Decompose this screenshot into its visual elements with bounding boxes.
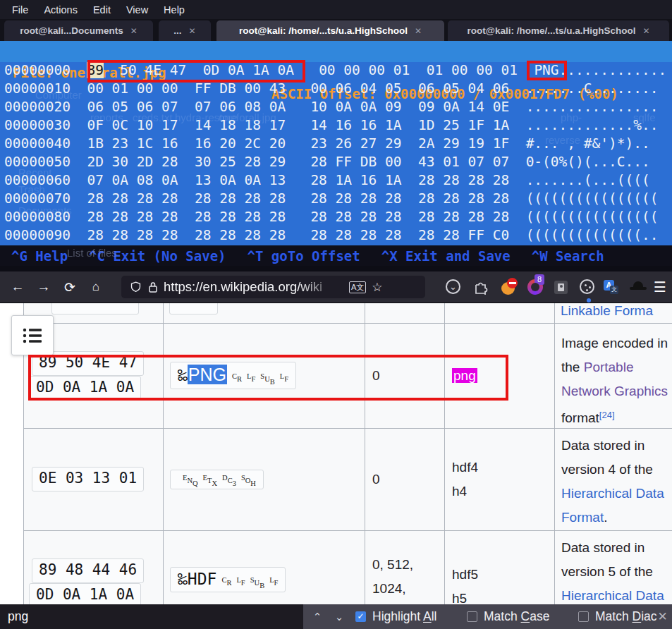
browser-content: 89 50 4E 470D 0A 1A 0A‰PNGCRLFSUBLF0pngI… [0,303,672,604]
ghost-text: Documents [18,204,72,216]
tab-close-icon[interactable]: ✕ [130,26,138,36]
menu-item-file[interactable]: File [12,4,28,16]
extension-value: hdf5 [452,567,478,582]
partial-iso-box [169,303,218,314]
table-cell: Data stored inversion 5 of theHierarchic… [555,530,672,604]
extension-value: h4 [452,484,467,499]
app-menu-icon[interactable]: ☰ [648,271,672,303]
privacy-badger-icon[interactable] [501,279,517,295]
wiki-link[interactable]: Hierarchical Data [561,588,664,603]
menu-item-actions[interactable]: Actions [44,4,78,16]
iso-representation-box: ENQETXDC3SOH [170,470,264,489]
ghost-text: sqlfe [633,111,656,123]
description-text: Data stored in [561,540,644,555]
checkbox-match-diacritics[interactable] [578,611,589,622]
partial-desc-link[interactable]: Linkable Forma [561,303,653,323]
ghost-text: creds.txt [133,111,173,123]
checkbox-match-case[interactable] [467,611,477,622]
tab-close-icon[interactable]: ✕ [642,26,649,36]
url-text[interactable]: https://en.wikipedia.org/wiki [164,279,343,295]
description-text: Image encoded in [561,336,668,350]
reload-button[interactable]: ⟳ [58,271,82,303]
checkbox-label[interactable]: Highlight All [372,604,436,629]
hex-row: 00000010 00 01 00 00 FF DB 00 43 00 06 0… [0,80,672,99]
wiki-link[interactable]: Network Graphics [561,384,668,398]
toc-button[interactable] [11,315,54,355]
control-char-dc3: DC3 [222,472,236,485]
find-input[interactable]: png [0,604,303,629]
annotation-redbox-hex-signature [87,60,305,83]
offset-value: 0 [372,468,444,491]
terminal-tab[interactable]: root@kali: /home/...ts/u.a.HighSchool✕ [448,20,669,41]
description-text: version 4 of the [561,462,653,477]
extension-value: h5 [452,591,467,604]
menu-item-edit[interactable]: Edit [93,4,111,16]
offset-value: 1024, [372,577,444,601]
find-previous-button[interactable]: ⌃ [307,604,328,629]
partial-hex-box [51,303,139,314]
bookmark-star-icon[interactable]: ☆ [372,280,382,295]
table-cell: 0E 03 13 01 [24,428,163,530]
checkbox-highlight-all[interactable]: ✓ [355,611,366,622]
extension-value: hdf4 [452,460,478,475]
table-cell: ENQETXDC3SOH [164,428,365,530]
table-cell: ‰HDFCRLFSUBLF [164,530,365,604]
table-cell: hdf5h5 [445,530,554,604]
tab-close-icon[interactable]: ✕ [415,26,422,36]
description-text: format [561,410,599,425]
table-cell: 89 48 44 460D 0A 1A 0A [24,530,163,604]
back-button[interactable]: ← [6,271,30,303]
tab-label: root@kali: /home/...ts/u.a.HighSchool [468,25,636,36]
browser-toolbar: ← → ⟳ ⌂ https://en.wikipedia.org/wiki A文… [0,271,672,303]
terminal-menubar: FileActionsEditViewHelp [0,0,672,19]
list-icon [23,327,42,344]
checkbox-label[interactable]: Match Case [484,604,549,629]
tracking-shield-icon[interactable] [130,281,142,293]
proxy-hat-icon[interactable] [630,281,647,293]
menu-item-help[interactable]: Help [164,4,185,16]
ghost-text: List of files [67,247,117,259]
ghost-text: reports [90,111,123,123]
hex-signature-box: 0E 03 13 01 [32,467,144,491]
cookie-manager-icon[interactable] [580,279,594,294]
hex-row: 00000090 28 28 28 28 28 28 28 28 28 28 2… [0,227,672,245]
extension-badge: 8 [534,274,544,285]
ghost-text: oneforall.jpg [219,111,276,123]
control-char-cr: CR [221,575,231,587]
find-next-button[interactable]: ⌄ [329,604,350,629]
container-box-icon[interactable] [554,281,568,294]
wiki-link[interactable]: Hierarchical Data [561,486,664,501]
screen: FileActionsEditViewHelp Bookmarks HelpCo… [0,0,672,629]
forward-button[interactable]: → [32,271,56,303]
tab-close-icon[interactable]: ✕ [189,26,196,36]
extensions-puzzle-icon[interactable] [473,279,489,295]
terminal-tab[interactable]: root@kali: /home/...ts/u.a.HighSchool✕ [216,20,444,41]
checkbox-label[interactable]: Match Diacritics [595,604,657,629]
table-cell: hdf4h4 [445,428,554,530]
lock-icon [148,281,158,293]
control-char-lf: LF [269,575,278,587]
hexedit-header: File: oneforall.jpg ASCII Offset: 0x0000… [0,41,672,62]
wiki-link[interactable]: Format [561,510,604,525]
wiki-link[interactable]: [24] [599,410,615,420]
table-cell: Data stored inversion 4 of theHierarchic… [555,428,672,530]
home-button[interactable]: ⌂ [84,271,108,303]
wiki-link[interactable]: Portable [584,360,634,374]
find-close-button[interactable]: ✕ [653,604,672,629]
translate-extension-icon[interactable]: A 文 [604,280,618,294]
tab-label: root@kali...Documents [20,25,123,36]
menu-item-view[interactable]: View [126,4,148,16]
table-cell: 0 [365,428,444,530]
adblock-donut-icon[interactable]: 8 [527,279,543,295]
pocket-icon[interactable]: ⌄ [446,279,460,294]
table-cell: 0, 512,1024, [365,530,444,604]
terminal-tab[interactable]: root@kali...Documents✕ [4,20,153,41]
url-bar[interactable]: https://en.wikipedia.org/wiki A文 ☆ [121,276,425,298]
control-char-soh: SOH [241,472,256,485]
terminal-tab[interactable]: ...✕ [159,20,211,41]
ghost-text: Recent [18,166,52,178]
hex-row: 00000070 28 28 28 28 28 28 28 28 28 28 2… [0,190,672,209]
terminal-tabbar: root@kali...Documents✕...✕root@kali: /ho… [0,19,672,41]
page-translate-icon[interactable]: A文 [349,281,366,293]
hex-signature-box: 89 48 44 46 [32,558,144,583]
